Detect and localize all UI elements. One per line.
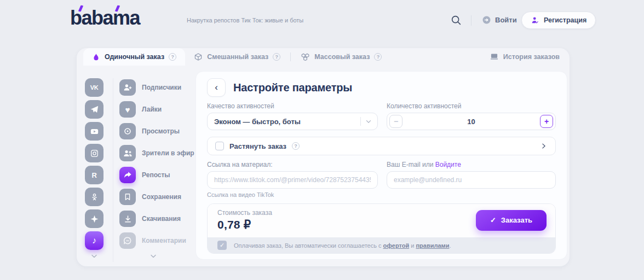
help-icon[interactable]: ? — [169, 53, 176, 61]
cube-icon — [194, 52, 203, 61]
increment-button[interactable]: + — [540, 115, 553, 128]
check-icon: ✓ — [490, 216, 496, 224]
quantity-stepper: − 10 + — [387, 113, 556, 130]
form-header: ‹ Настройте параметры — [207, 78, 556, 97]
page-tagline: Накрутка репостов Тик Ток: живые и боты — [187, 17, 303, 24]
network-more-button[interactable] — [90, 252, 99, 260]
select-divider — [360, 117, 361, 126]
agreement-checkbox[interactable]: ✓ — [217, 241, 227, 250]
service-label: Зрители в эфир — [142, 149, 194, 157]
quality-label: Качество активностей — [207, 102, 378, 110]
quantity-label: Количество активностей — [387, 102, 556, 110]
service-label: Подписчики — [142, 84, 181, 91]
monitor-icon — [490, 52, 499, 61]
stretch-checkbox[interactable] — [215, 142, 224, 150]
network-vk[interactable]: VK — [85, 78, 104, 97]
quality-quantity-row: Качество активностей Эконом — быстро, бо… — [207, 102, 556, 130]
download-icon — [119, 211, 136, 227]
service-label: Сохранения — [142, 193, 181, 201]
register-label: Регистрация — [544, 16, 586, 24]
network-telegram[interactable] — [85, 100, 104, 119]
person-icon — [531, 16, 539, 25]
rutube-icon: R — [92, 171, 97, 179]
tab-single-order[interactable]: Одиночный заказ ? — [83, 48, 185, 66]
cubes-icon — [301, 52, 310, 62]
check-icon: ✓ — [220, 242, 225, 249]
material-link-input[interactable] — [207, 171, 378, 189]
agreement-strip: ✓ Оплачивая заказ, Вы автоматически согл… — [208, 237, 555, 253]
tab-label: Массовый заказ — [314, 53, 370, 61]
service-label: Скачивания — [142, 215, 181, 223]
bookmark-icon — [119, 189, 136, 205]
header-divider — [471, 15, 472, 26]
service-likes[interactable]: ♥ Лайки — [119, 100, 194, 119]
quantity-value[interactable]: 10 — [403, 118, 540, 126]
search-button[interactable] — [450, 14, 463, 27]
service-label: Просмотры — [142, 127, 180, 135]
network-tiktok[interactable]: ♪ — [85, 231, 104, 250]
service-comments[interactable]: Комментарии — [119, 231, 194, 250]
sparkle-icon — [90, 214, 99, 224]
order-button[interactable]: ✓ Заказать — [476, 210, 547, 231]
agreement-text: Оплачивая заказ, Вы автоматически соглаш… — [234, 242, 451, 249]
service-live-viewers[interactable]: Зрители в эфир — [119, 144, 194, 162]
service-sidebar: Подписчики ♥ Лайки Просмотры Зрители в э… — [119, 78, 194, 250]
form-title: Настройте параметры — [233, 81, 352, 94]
flame-icon — [92, 53, 100, 61]
cost-section: Стоимость заказа 0,78 ₽ ✓ Заказать — [208, 204, 555, 237]
order-history-button[interactable]: История заказов — [490, 52, 560, 61]
chevron-right-icon — [540, 142, 548, 150]
network-youtube[interactable] — [85, 122, 104, 141]
order-summary: Стоимость заказа 0,78 ₽ ✓ Заказать ✓ Опл… — [207, 203, 556, 254]
service-more-button[interactable] — [149, 252, 158, 260]
service-subscribers[interactable]: Подписчики — [119, 78, 194, 97]
link-email-row: Ссылка на материал: Ссылка на видео TikT… — [207, 161, 556, 198]
tab-label: Одиночный заказ — [105, 53, 164, 61]
register-button[interactable]: Регистрация — [521, 11, 596, 29]
service-views[interactable]: Просмотры — [119, 122, 194, 141]
offer-link[interactable]: офертой — [383, 242, 410, 249]
email-input[interactable] — [387, 171, 556, 189]
viewers-icon — [119, 145, 136, 161]
back-button[interactable]: ‹ — [207, 78, 226, 97]
network-likee[interactable] — [85, 209, 104, 228]
service-downloads[interactable]: Скачивания — [119, 209, 194, 228]
order-tabs: Одиночный заказ ? Смешанный заказ ? Масс… — [83, 48, 390, 66]
service-saves[interactable]: Сохранения — [119, 188, 194, 206]
eye-lens-icon — [119, 123, 136, 139]
service-label: Лайки — [142, 106, 162, 113]
chevron-down-icon — [365, 118, 372, 125]
help-icon[interactable]: ? — [374, 53, 382, 61]
network-ok[interactable] — [85, 188, 104, 206]
quality-value: Эконом — быстро, боты — [214, 118, 301, 126]
chevron-down-icon — [90, 252, 99, 260]
help-icon[interactable]: ? — [273, 53, 280, 61]
heart-icon: ♥ — [119, 101, 136, 118]
order-form-panel: ‹ Настройте параметры Качество активност… — [196, 71, 567, 260]
logo[interactable]: babama — [70, 7, 140, 30]
service-reposts[interactable]: Репосты — [119, 166, 194, 184]
help-icon[interactable]: ? — [292, 142, 300, 150]
share-arrow-icon — [119, 167, 136, 183]
stretch-order-row[interactable]: Растянуть заказ ? — [207, 137, 556, 155]
telegram-icon — [89, 104, 99, 114]
tab-bulk-order[interactable]: Массовый заказ ? — [292, 48, 390, 66]
decrement-button[interactable]: − — [389, 115, 403, 128]
tab-mixed-order[interactable]: Смешанный заказ ? — [185, 48, 289, 66]
page: babama Накрутка репостов Тик Ток: живые … — [0, 0, 644, 280]
quality-select[interactable]: Эконом — быстро, боты — [207, 113, 378, 130]
service-label: Комментарии — [142, 237, 186, 244]
link-label: Ссылка на материал: — [207, 161, 378, 168]
order-card: Одиночный заказ ? Смешанный заказ ? Масс… — [77, 48, 570, 266]
login-button[interactable]: Войти — [482, 15, 517, 25]
network-instagram[interactable] — [85, 144, 104, 162]
tiktok-icon: ♪ — [92, 236, 96, 246]
vk-icon: VK — [90, 84, 98, 91]
email-login-link[interactable]: Войдите — [435, 161, 461, 168]
order-button-label: Заказать — [501, 216, 532, 224]
network-rutube[interactable]: R — [85, 166, 104, 184]
comment-icon — [119, 232, 136, 249]
rules-link[interactable]: правилами — [416, 242, 449, 249]
back-icon: ‹ — [215, 82, 218, 93]
tab-divider — [290, 52, 291, 61]
